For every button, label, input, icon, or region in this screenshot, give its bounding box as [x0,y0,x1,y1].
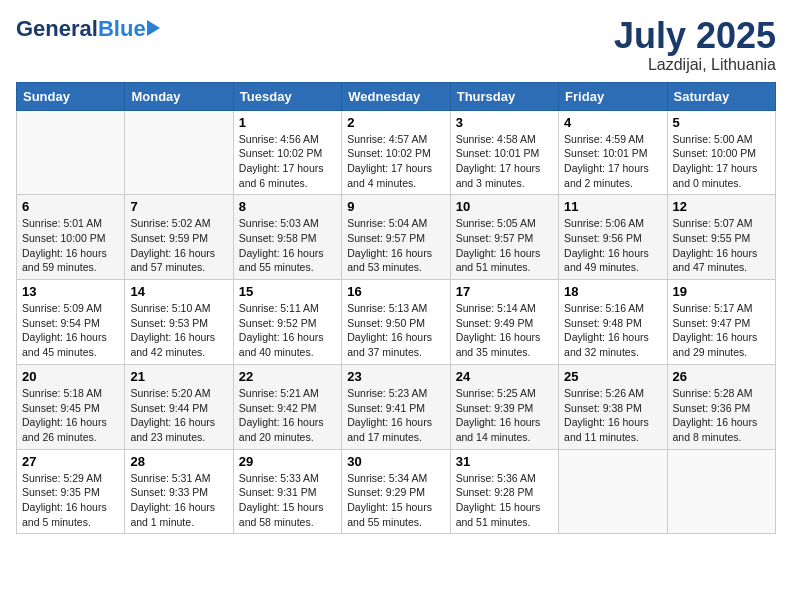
day-number: 24 [456,369,553,384]
calendar-cell: 9Sunrise: 5:04 AM Sunset: 9:57 PM Daylig… [342,195,450,280]
day-number: 2 [347,115,444,130]
calendar-week-row: 1Sunrise: 4:56 AM Sunset: 10:02 PM Dayli… [17,110,776,195]
day-info: Sunrise: 5:34 AM Sunset: 9:29 PM Dayligh… [347,471,444,530]
calendar-cell: 22Sunrise: 5:21 AM Sunset: 9:42 PM Dayli… [233,364,341,449]
day-number: 27 [22,454,119,469]
day-info: Sunrise: 5:13 AM Sunset: 9:50 PM Dayligh… [347,301,444,360]
calendar-cell [125,110,233,195]
calendar-week-row: 27Sunrise: 5:29 AM Sunset: 9:35 PM Dayli… [17,449,776,534]
day-number: 21 [130,369,227,384]
day-number: 30 [347,454,444,469]
day-info: Sunrise: 5:03 AM Sunset: 9:58 PM Dayligh… [239,216,336,275]
calendar-cell: 21Sunrise: 5:20 AM Sunset: 9:44 PM Dayli… [125,364,233,449]
day-info: Sunrise: 5:02 AM Sunset: 9:59 PM Dayligh… [130,216,227,275]
calendar-cell: 11Sunrise: 5:06 AM Sunset: 9:56 PM Dayli… [559,195,667,280]
day-info: Sunrise: 5:25 AM Sunset: 9:39 PM Dayligh… [456,386,553,445]
calendar-cell: 5Sunrise: 5:00 AM Sunset: 10:00 PM Dayli… [667,110,775,195]
day-info: Sunrise: 4:56 AM Sunset: 10:02 PM Daylig… [239,132,336,191]
day-info: Sunrise: 5:06 AM Sunset: 9:56 PM Dayligh… [564,216,661,275]
day-info: Sunrise: 5:36 AM Sunset: 9:28 PM Dayligh… [456,471,553,530]
day-number: 19 [673,284,770,299]
weekday-header-saturday: Saturday [667,82,775,110]
day-number: 5 [673,115,770,130]
day-info: Sunrise: 5:14 AM Sunset: 9:49 PM Dayligh… [456,301,553,360]
calendar-cell: 30Sunrise: 5:34 AM Sunset: 9:29 PM Dayli… [342,449,450,534]
logo-arrow-icon [147,20,160,36]
day-info: Sunrise: 5:07 AM Sunset: 9:55 PM Dayligh… [673,216,770,275]
title-block: July 2025 Lazdijai, Lithuania [614,16,776,74]
calendar-cell: 1Sunrise: 4:56 AM Sunset: 10:02 PM Dayli… [233,110,341,195]
calendar-cell: 10Sunrise: 5:05 AM Sunset: 9:57 PM Dayli… [450,195,558,280]
day-number: 6 [22,199,119,214]
page-header: General Blue July 2025 Lazdijai, Lithuan… [16,16,776,74]
day-info: Sunrise: 5:20 AM Sunset: 9:44 PM Dayligh… [130,386,227,445]
calendar-cell: 3Sunrise: 4:58 AM Sunset: 10:01 PM Dayli… [450,110,558,195]
day-info: Sunrise: 5:26 AM Sunset: 9:38 PM Dayligh… [564,386,661,445]
day-number: 7 [130,199,227,214]
day-number: 1 [239,115,336,130]
day-info: Sunrise: 5:16 AM Sunset: 9:48 PM Dayligh… [564,301,661,360]
calendar-cell: 2Sunrise: 4:57 AM Sunset: 10:02 PM Dayli… [342,110,450,195]
day-number: 22 [239,369,336,384]
calendar-cell: 29Sunrise: 5:33 AM Sunset: 9:31 PM Dayli… [233,449,341,534]
day-number: 14 [130,284,227,299]
day-info: Sunrise: 4:58 AM Sunset: 10:01 PM Daylig… [456,132,553,191]
day-number: 10 [456,199,553,214]
day-info: Sunrise: 5:11 AM Sunset: 9:52 PM Dayligh… [239,301,336,360]
month-year-title: July 2025 [614,16,776,56]
calendar-cell: 17Sunrise: 5:14 AM Sunset: 9:49 PM Dayli… [450,280,558,365]
day-number: 8 [239,199,336,214]
location-subtitle: Lazdijai, Lithuania [614,56,776,74]
calendar-cell: 8Sunrise: 5:03 AM Sunset: 9:58 PM Daylig… [233,195,341,280]
calendar-cell: 26Sunrise: 5:28 AM Sunset: 9:36 PM Dayli… [667,364,775,449]
day-info: Sunrise: 5:23 AM Sunset: 9:41 PM Dayligh… [347,386,444,445]
day-number: 16 [347,284,444,299]
day-number: 3 [456,115,553,130]
day-info: Sunrise: 5:05 AM Sunset: 9:57 PM Dayligh… [456,216,553,275]
day-info: Sunrise: 5:10 AM Sunset: 9:53 PM Dayligh… [130,301,227,360]
weekday-header-row: SundayMondayTuesdayWednesdayThursdayFrid… [17,82,776,110]
calendar-table: SundayMondayTuesdayWednesdayThursdayFrid… [16,82,776,535]
day-number: 15 [239,284,336,299]
day-number: 23 [347,369,444,384]
day-number: 11 [564,199,661,214]
day-number: 4 [564,115,661,130]
day-number: 18 [564,284,661,299]
day-number: 9 [347,199,444,214]
day-number: 17 [456,284,553,299]
calendar-cell: 6Sunrise: 5:01 AM Sunset: 10:00 PM Dayli… [17,195,125,280]
weekday-header-monday: Monday [125,82,233,110]
calendar-week-row: 20Sunrise: 5:18 AM Sunset: 9:45 PM Dayli… [17,364,776,449]
day-number: 28 [130,454,227,469]
day-info: Sunrise: 4:59 AM Sunset: 10:01 PM Daylig… [564,132,661,191]
calendar-cell: 28Sunrise: 5:31 AM Sunset: 9:33 PM Dayli… [125,449,233,534]
weekday-header-friday: Friday [559,82,667,110]
calendar-cell: 27Sunrise: 5:29 AM Sunset: 9:35 PM Dayli… [17,449,125,534]
day-number: 13 [22,284,119,299]
day-info: Sunrise: 5:29 AM Sunset: 9:35 PM Dayligh… [22,471,119,530]
day-info: Sunrise: 5:33 AM Sunset: 9:31 PM Dayligh… [239,471,336,530]
day-info: Sunrise: 5:01 AM Sunset: 10:00 PM Daylig… [22,216,119,275]
day-info: Sunrise: 5:17 AM Sunset: 9:47 PM Dayligh… [673,301,770,360]
day-number: 20 [22,369,119,384]
day-info: Sunrise: 5:21 AM Sunset: 9:42 PM Dayligh… [239,386,336,445]
weekday-header-sunday: Sunday [17,82,125,110]
day-info: Sunrise: 5:18 AM Sunset: 9:45 PM Dayligh… [22,386,119,445]
calendar-cell: 31Sunrise: 5:36 AM Sunset: 9:28 PM Dayli… [450,449,558,534]
day-info: Sunrise: 5:00 AM Sunset: 10:00 PM Daylig… [673,132,770,191]
calendar-cell: 23Sunrise: 5:23 AM Sunset: 9:41 PM Dayli… [342,364,450,449]
day-number: 26 [673,369,770,384]
calendar-cell: 16Sunrise: 5:13 AM Sunset: 9:50 PM Dayli… [342,280,450,365]
day-number: 25 [564,369,661,384]
day-number: 12 [673,199,770,214]
calendar-cell: 19Sunrise: 5:17 AM Sunset: 9:47 PM Dayli… [667,280,775,365]
weekday-header-wednesday: Wednesday [342,82,450,110]
calendar-cell: 4Sunrise: 4:59 AM Sunset: 10:01 PM Dayli… [559,110,667,195]
day-info: Sunrise: 5:28 AM Sunset: 9:36 PM Dayligh… [673,386,770,445]
weekday-header-thursday: Thursday [450,82,558,110]
calendar-cell: 18Sunrise: 5:16 AM Sunset: 9:48 PM Dayli… [559,280,667,365]
calendar-cell: 25Sunrise: 5:26 AM Sunset: 9:38 PM Dayli… [559,364,667,449]
day-number: 31 [456,454,553,469]
logo: General Blue [16,16,160,42]
logo-general-text: General [16,16,98,42]
